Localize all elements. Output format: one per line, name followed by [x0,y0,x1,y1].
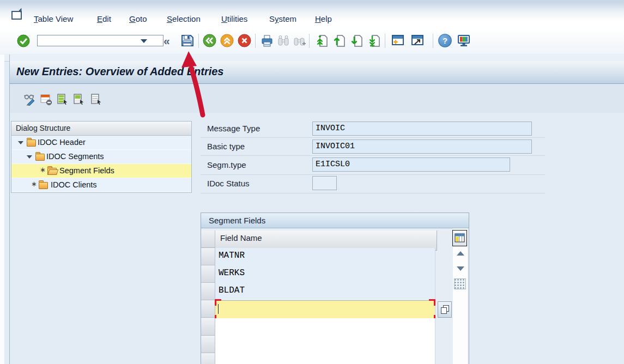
table-row: WERKS [201,265,435,283]
active-input-cell[interactable] [215,300,435,320]
menu-utilities[interactable]: Utilities [221,14,247,23]
dialog-structure-panel: Dialog Structure IDOC Header IDOC Segmen… [11,121,192,193]
system-menu-icon[interactable] [11,11,22,20]
select-all-button[interactable] [56,93,69,106]
deselect-all-button[interactable] [90,93,102,106]
scroll-up-button[interactable] [457,251,464,256]
create-shortcut-button[interactable] [410,34,423,47]
application-toolbar [10,84,624,113]
table-title: Segment Fields [201,213,469,228]
row-selector[interactable] [201,353,215,364]
row-selector[interactable] [201,300,215,318]
toolbar-separator [385,34,385,48]
menu-system[interactable]: System [269,14,296,23]
table-scrollbar [453,228,468,364]
table-row [201,336,435,353]
row-selector[interactable] [201,336,215,353]
command-dropdown-icon[interactable] [141,39,147,43]
table-row [201,353,435,364]
empty-cell[interactable] [215,353,435,364]
tree-item-segment-fields[interactable]: ∗ Segment Fields [11,164,191,178]
page-up-button[interactable] [332,34,346,47]
open-folder-icon [47,168,57,175]
enter-check-button[interactable] [16,34,30,47]
segment-type-field[interactable]: E1ICSL0 [312,157,510,172]
active-table-row [201,300,435,318]
copy-value-button[interactable] [438,301,452,318]
menu-table-view[interactable]: Table View [34,14,73,23]
back-button[interactable] [203,34,216,47]
basic-type-label: Basic type [207,142,245,151]
table-header-row: Field Name [201,230,435,248]
tree-item-idoc-clients[interactable]: ∗ IDOC Clients [11,178,191,192]
scroll-grip[interactable] [454,278,466,289]
idoc-status-field[interactable] [312,176,337,190]
menu-selection[interactable]: Selection [167,14,201,23]
message-type-label: Message Type [207,124,260,133]
find-icon[interactable] [276,34,290,47]
display-change-button[interactable] [23,93,36,106]
row-selector[interactable] [201,283,215,300]
toolbar-substrip [0,54,624,62]
toolbar-separator [255,34,256,48]
tree-item-label: IDOC Header [38,138,86,147]
basic-type-field[interactable]: INVOIC01 [312,139,532,154]
table-settings-button[interactable] [452,230,467,246]
row-selector[interactable] [201,248,215,265]
scroll-down-button[interactable] [457,266,464,271]
leaf-node-icon: ∗ [40,166,46,174]
form-separator [201,174,545,175]
collapse-triangle-icon[interactable] [18,141,23,144]
left-margin [0,54,4,364]
last-page-button[interactable] [367,34,381,47]
toolbar-separator [433,34,433,48]
collapse-triangle-icon[interactable] [27,155,32,159]
select-block-button[interactable] [72,93,85,106]
tree-item-idoc-header[interactable]: IDOC Header [11,136,191,150]
menu-goto[interactable]: Goto [129,14,147,23]
select-all-corner[interactable] [201,230,215,248]
page-down-button[interactable] [350,34,364,47]
title-bar: New Entries: Overview of Added Entries [10,61,624,84]
focus-bracket-icon [215,299,221,306]
new-session-button[interactable] [390,34,404,47]
table-row: BLDAT [201,283,435,300]
save-button[interactable] [180,34,194,47]
segment-type-label: Segm.type [207,160,246,169]
leaf-node-icon: ∗ [31,180,37,188]
row-selector[interactable] [201,318,215,336]
menu-edit[interactable]: Edit [97,14,111,23]
table-row [201,318,435,336]
copy-icon [441,306,448,313]
collapse-toolbar-icon[interactable]: « [163,34,170,47]
first-page-button[interactable] [315,34,329,47]
help-button[interactable]: ? [438,34,452,47]
customize-layout-button[interactable] [457,34,470,47]
idoc-status-value [313,177,336,178]
folder-icon [27,139,36,147]
menu-bar: Table View Edit Goto Selection Utilities… [0,2,624,28]
tree-item-label: IDOC Segments [46,152,104,161]
focus-bracket-icon [429,299,435,306]
help-icon: ? [438,34,452,47]
menu-help[interactable]: Help [315,14,332,23]
toolbar-separator [198,34,199,48]
delete-row-button[interactable] [40,93,52,106]
table-row: MATNR [201,248,435,265]
print-button[interactable] [260,34,274,47]
content-left-border [9,54,10,364]
segment-fields-table: Segment Fields Field Name MATNR WERKS BL… [201,213,469,364]
basic-type-value: INVOIC01 [313,140,531,151]
tree-item-idoc-segments[interactable]: IDOC Segments [11,150,191,164]
toolbar-separator [309,34,310,48]
message-type-field[interactable]: INVOIC [312,122,532,136]
message-type-value: INVOIC [313,122,531,133]
standard-toolbar: « [0,28,624,54]
row-selector[interactable] [201,265,215,283]
find-next-icon[interactable] [293,34,306,47]
form-separator [201,155,545,156]
tree-item-label: IDOC Clients [51,180,97,189]
exit-button[interactable] [220,34,234,47]
cancel-button[interactable] [238,34,251,47]
form-separator [201,193,545,193]
